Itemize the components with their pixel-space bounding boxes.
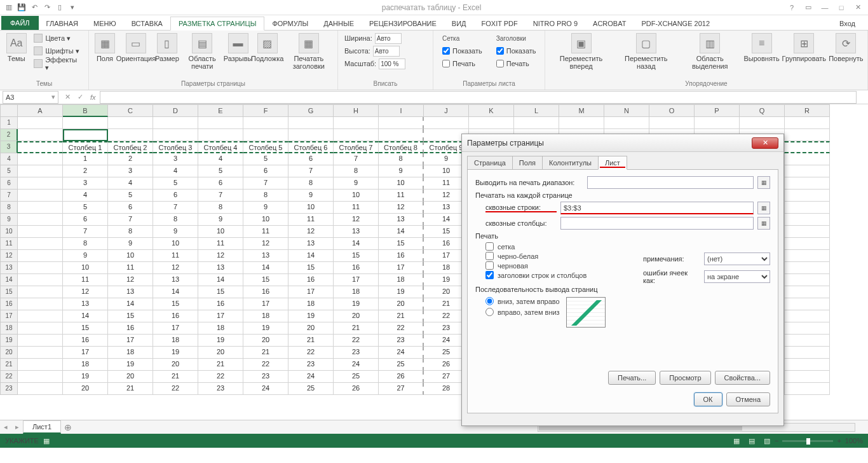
- tab-data[interactable]: ДАННЫЕ: [316, 17, 362, 30]
- cell[interactable]: 15: [198, 286, 243, 298]
- cell[interactable]: [288, 129, 334, 141]
- print-titles-button[interactable]: ▦Печатать заголовки: [284, 32, 334, 71]
- cell[interactable]: 10: [153, 238, 198, 250]
- cell[interactable]: 9: [198, 214, 243, 226]
- zoom-level[interactable]: 100%: [845, 437, 863, 445]
- cell[interactable]: [785, 190, 830, 202]
- properties-button[interactable]: Свойства...: [715, 371, 770, 385]
- dialog-tab-sheet[interactable]: Лист: [598, 156, 627, 170]
- cancel-formula-icon[interactable]: ✕: [61, 93, 74, 101]
- cell[interactable]: 22: [288, 347, 334, 359]
- cell[interactable]: [18, 310, 63, 322]
- print-rowcol-check[interactable]: [485, 271, 494, 279]
- cell[interactable]: 9: [288, 190, 334, 202]
- cell[interactable]: [18, 347, 63, 359]
- macro-record-icon[interactable]: ▦: [39, 437, 54, 445]
- cell[interactable]: 7: [108, 214, 153, 226]
- cell[interactable]: 16: [379, 250, 424, 262]
- headings-show-check[interactable]: [496, 47, 504, 55]
- close-icon[interactable]: ✕: [850, 1, 865, 14]
- errors-select[interactable]: на экране: [704, 270, 770, 283]
- cell[interactable]: 15: [288, 262, 334, 274]
- cell[interactable]: [18, 262, 63, 274]
- cell[interactable]: 14: [379, 226, 424, 238]
- cell[interactable]: 6: [243, 165, 288, 177]
- cell[interactable]: [18, 298, 63, 310]
- cell[interactable]: 10: [379, 177, 424, 190]
- print-area-picker-icon[interactable]: ▦: [757, 176, 770, 189]
- row-header-4[interactable]: 4: [0, 153, 18, 165]
- cell[interactable]: [469, 117, 514, 129]
- cell[interactable]: [108, 117, 153, 129]
- cell[interactable]: 5: [153, 177, 198, 190]
- col-header-M[interactable]: M: [559, 104, 604, 117]
- col-header-K[interactable]: K: [469, 104, 514, 117]
- cell[interactable]: 18: [108, 347, 153, 359]
- cell[interactable]: [63, 117, 108, 129]
- row-header-10[interactable]: 10: [0, 226, 18, 238]
- row-header-11[interactable]: 11: [0, 238, 18, 250]
- new-icon[interactable]: ▯: [53, 1, 66, 14]
- cell[interactable]: 7: [243, 177, 288, 190]
- add-sheet-icon[interactable]: ⊕: [61, 422, 75, 432]
- send-backward-button[interactable]: ▢Переместить назад: [616, 32, 676, 71]
- dialog-tab-page[interactable]: Страница: [467, 156, 513, 170]
- print-area-button[interactable]: ▤Область печати: [182, 32, 223, 71]
- cell[interactable]: 3: [63, 177, 108, 190]
- fit-width-input[interactable]: [375, 33, 402, 44]
- name-box[interactable]: A3▾: [3, 91, 58, 104]
- group-button[interactable]: ⊞Группировать: [782, 32, 826, 64]
- cell[interactable]: Столбец 2: [108, 141, 153, 153]
- col-header-I[interactable]: I: [379, 104, 424, 117]
- cell[interactable]: 13: [153, 274, 198, 286]
- cell[interactable]: [514, 117, 559, 129]
- cell[interactable]: 22: [243, 359, 288, 371]
- cell[interactable]: 9: [334, 177, 379, 190]
- col-header-O[interactable]: O: [649, 104, 695, 117]
- zoom-in-icon[interactable]: +: [837, 437, 841, 445]
- tab-file[interactable]: ФАЙЛ: [1, 16, 39, 30]
- cell[interactable]: 9: [243, 202, 288, 214]
- cell[interactable]: 16: [198, 298, 243, 310]
- cell[interactable]: 19: [108, 359, 153, 371]
- col-header-P[interactable]: P: [695, 104, 740, 117]
- row-header-3[interactable]: 3: [0, 141, 18, 153]
- cell[interactable]: 22: [153, 383, 198, 395]
- row-header-12[interactable]: 12: [0, 250, 18, 262]
- cell[interactable]: [18, 226, 63, 238]
- cell[interactable]: [18, 371, 63, 383]
- row-header-15[interactable]: 15: [0, 286, 18, 298]
- cell[interactable]: [785, 202, 830, 214]
- cancel-button[interactable]: Отмена: [726, 392, 770, 406]
- print-draft-check[interactable]: [485, 261, 494, 270]
- cell[interactable]: 23: [198, 383, 243, 395]
- cell[interactable]: 19: [243, 322, 288, 335]
- tab-view[interactable]: ВИД: [444, 17, 474, 30]
- cell[interactable]: [18, 190, 63, 202]
- cell[interactable]: Столбец 5: [243, 141, 288, 153]
- cell[interactable]: 11: [198, 238, 243, 250]
- cell[interactable]: 10: [63, 262, 108, 274]
- cell[interactable]: [198, 117, 243, 129]
- help-icon[interactable]: ?: [784, 1, 799, 14]
- cell[interactable]: [785, 238, 830, 250]
- cell[interactable]: [18, 383, 63, 395]
- cell[interactable]: 3: [108, 165, 153, 177]
- col-header-A[interactable]: A: [18, 104, 63, 117]
- col-header-R[interactable]: R: [785, 104, 830, 117]
- cell[interactable]: [198, 129, 243, 141]
- zoom-out-icon[interactable]: −: [775, 437, 778, 445]
- cell[interactable]: Столбец 6: [288, 141, 334, 153]
- col-header-Q[interactable]: Q: [740, 104, 785, 117]
- tab-nitro[interactable]: NITRO PRO 9: [526, 17, 585, 30]
- cell[interactable]: [288, 117, 334, 129]
- cell[interactable]: 25: [288, 383, 334, 395]
- cell[interactable]: [785, 274, 830, 286]
- cell[interactable]: Столбец 4: [198, 141, 243, 153]
- cell[interactable]: [785, 165, 830, 177]
- cell[interactable]: 20: [288, 322, 334, 335]
- cell[interactable]: 22: [334, 335, 379, 347]
- cell[interactable]: 11: [108, 262, 153, 274]
- row-header-5[interactable]: 5: [0, 165, 18, 177]
- save-icon[interactable]: 💾: [15, 1, 28, 14]
